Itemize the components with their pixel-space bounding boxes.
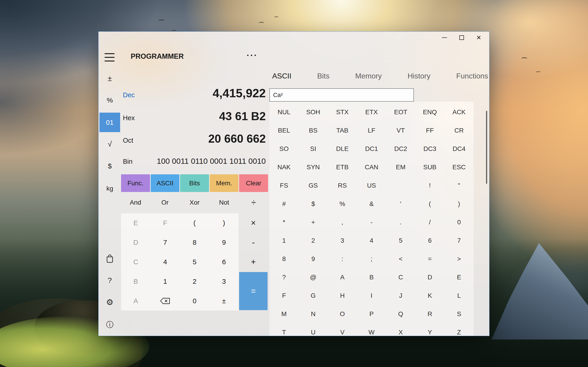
ascii-cell[interactable]: J xyxy=(386,286,415,305)
ascii-cell[interactable]: 2 xyxy=(299,232,328,250)
ascii-cell[interactable]: CAN xyxy=(357,158,386,176)
ascii-cell[interactable]: I xyxy=(357,286,386,305)
ascii-cell[interactable]: 4 xyxy=(357,232,386,250)
key-6[interactable]: 6 xyxy=(209,252,239,272)
clear-button[interactable]: Clear xyxy=(239,174,268,192)
key-C[interactable]: C xyxy=(121,252,150,272)
key-E[interactable]: E xyxy=(121,213,150,233)
ascii-cell[interactable]: 0 xyxy=(444,213,474,232)
ascii-cell[interactable]: : xyxy=(328,250,357,268)
ascii-cell[interactable]: ! xyxy=(415,176,444,195)
tab-memory[interactable]: Memory xyxy=(355,69,382,82)
ascii-cell[interactable]: BEL xyxy=(269,121,299,140)
ascii-cell[interactable]: ( xyxy=(415,195,444,213)
ascii-cell[interactable]: G xyxy=(299,286,328,305)
ascii-cell[interactable]: CR xyxy=(444,121,474,140)
and-button[interactable]: And xyxy=(121,194,150,211)
ascii-cell[interactable]: # xyxy=(269,195,299,213)
ascii-cell[interactable]: RS xyxy=(328,176,357,195)
ascii-cell[interactable]: ? xyxy=(269,268,299,286)
ascii-cell[interactable]: BS xyxy=(299,121,328,140)
ascii-cell[interactable]: 5 xyxy=(386,232,415,250)
ascii-cell[interactable]: ETX xyxy=(357,103,386,121)
bits-button[interactable]: Bits xyxy=(180,174,209,192)
tab-history[interactable]: History xyxy=(407,69,431,82)
ascii-cell[interactable]: / xyxy=(415,213,444,232)
ascii-cell[interactable]: L xyxy=(444,286,474,305)
ascii-cell[interactable]: ETB xyxy=(328,158,357,176)
ascii-cell[interactable]: < xyxy=(386,250,415,268)
tab-ascii[interactable]: ASCII xyxy=(272,69,292,82)
ascii-cell[interactable]: - xyxy=(357,213,386,232)
rail-item-bit-toggle[interactable]: 01 xyxy=(99,113,120,132)
ascii-cell[interactable]: SUB xyxy=(415,158,444,176)
ascii-cell[interactable]: ) xyxy=(444,195,474,213)
ascii-cell[interactable]: Q xyxy=(386,305,415,323)
key-4[interactable]: 4 xyxy=(150,252,180,272)
ascii-cell[interactable]: VT xyxy=(386,121,415,140)
close-paren-key[interactable]: ) xyxy=(209,213,239,233)
ascii-cell[interactable]: Z xyxy=(444,323,474,336)
ascii-cell[interactable]: * xyxy=(269,213,299,232)
ascii-cell[interactable]: NUL xyxy=(269,103,299,121)
ascii-cell[interactable]: V xyxy=(328,323,357,336)
ascii-cell[interactable]: TAB xyxy=(328,121,357,140)
ascii-cell[interactable]: SYN xyxy=(299,158,328,176)
ascii-cell[interactable]: DC1 xyxy=(357,140,386,158)
ascii-cell[interactable]: 8 xyxy=(269,250,299,268)
multiply-button[interactable]: × xyxy=(239,213,268,233)
ascii-cell[interactable]: C xyxy=(386,268,415,286)
ascii-cell[interactable]: " xyxy=(444,176,474,195)
ascii-cell[interactable]: DLE xyxy=(328,140,357,158)
radix-row-bin[interactable]: Bin 100 0011 0110 0001 1011 0010 xyxy=(121,157,266,167)
ascii-cell[interactable]: E xyxy=(444,268,474,286)
ascii-cell[interactable]: Y xyxy=(415,323,444,336)
rail-item-percent[interactable]: % xyxy=(99,94,121,106)
ascii-cell[interactable]: @ xyxy=(299,268,328,286)
rail-item-plusminus[interactable]: ± xyxy=(99,73,121,84)
key-2[interactable]: 2 xyxy=(180,272,209,291)
ascii-search-input[interactable] xyxy=(269,88,414,102)
ascii-cell[interactable]: 6 xyxy=(415,232,444,250)
not-button[interactable]: Not xyxy=(210,194,239,211)
menu-button[interactable] xyxy=(104,53,116,61)
rail-item-currency[interactable]: $ xyxy=(99,160,121,172)
ascii-cell[interactable]: . xyxy=(386,213,415,232)
about-button[interactable]: ⓘ xyxy=(99,319,121,331)
key-3[interactable]: 3 xyxy=(209,272,239,291)
ascii-cell[interactable]: N xyxy=(299,305,328,323)
ascii-cell[interactable]: U xyxy=(299,323,328,336)
minus-button[interactable]: - xyxy=(239,233,268,252)
ascii-cell[interactable]: ' xyxy=(386,195,415,213)
divide-button[interactable]: ÷ xyxy=(239,194,268,211)
key-8[interactable]: 8 xyxy=(180,233,209,252)
ascii-cell[interactable]: F xyxy=(269,286,299,305)
more-options-button[interactable]: ··· xyxy=(247,50,258,61)
ascii-cell[interactable]: EOT xyxy=(386,103,415,121)
rail-item-weight[interactable]: kg xyxy=(99,183,121,194)
mem-button[interactable]: Mem. xyxy=(210,174,239,192)
ascii-cell[interactable]: ; xyxy=(357,250,386,268)
rail-item-sqrt[interactable]: √ xyxy=(99,138,121,150)
key-B[interactable]: B xyxy=(121,272,150,291)
ascii-cell[interactable]: $ xyxy=(299,195,328,213)
ascii-cell[interactable]: SO xyxy=(269,140,299,158)
radix-row-hex[interactable]: Hex 43 61 B2 xyxy=(121,110,266,125)
ascii-cell[interactable]: X xyxy=(386,323,415,336)
func-button[interactable]: Func. xyxy=(121,174,150,192)
ascii-cell[interactable]: S xyxy=(444,305,474,323)
ascii-cell[interactable]: LF xyxy=(357,121,386,140)
key-1[interactable]: 1 xyxy=(150,272,180,291)
plus-button[interactable]: + xyxy=(239,252,268,272)
maximize-button[interactable] xyxy=(453,32,470,44)
backspace-key[interactable] xyxy=(150,291,180,311)
ascii-cell[interactable]: K xyxy=(415,286,444,305)
ascii-cell[interactable]: 9 xyxy=(299,250,328,268)
close-button[interactable]: ✕ xyxy=(470,32,487,44)
key-9[interactable]: 9 xyxy=(209,233,239,252)
radix-row-oct[interactable]: Oct 20 660 662 xyxy=(121,132,266,147)
open-paren-key[interactable]: ( xyxy=(180,213,209,233)
ascii-cell[interactable]: EM xyxy=(386,158,415,176)
ascii-cell[interactable]: SI xyxy=(299,140,328,158)
ascii-cell[interactable]: FF xyxy=(415,121,444,140)
